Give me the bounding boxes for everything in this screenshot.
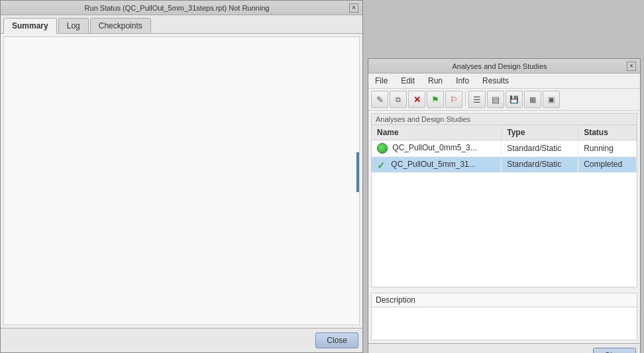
delete-icon: ✕ <box>413 95 421 105</box>
toolbar-separator-1 <box>465 92 466 107</box>
analyses-toolbar: ✎ ⧉ ✕ ⚑ ⚐ ☰ ▤ 💾 ▦ ▣ <box>368 89 640 111</box>
completed-icon: ✓ <box>377 160 386 170</box>
run-status-footer: Close <box>1 328 362 352</box>
analyses-close-button[interactable]: × <box>627 62 636 71</box>
row2-type: Standard/Static <box>502 157 578 173</box>
analyses-footer: Close <box>368 343 640 353</box>
run-status-content <box>3 36 360 325</box>
copy-icon: ⧉ <box>396 95 401 104</box>
menu-file[interactable]: File <box>371 75 392 87</box>
list-icon-button[interactable]: ☰ <box>468 91 486 108</box>
analyses-title: Analyses and Design Studies <box>372 62 627 70</box>
description-section: Description <box>371 293 637 340</box>
export-icon: 💾 <box>510 95 519 104</box>
table-row[interactable]: QC_PullOut_0mm5_3... Standard/Static Run… <box>372 140 637 157</box>
start-icon-button[interactable]: ⚑ <box>427 91 444 108</box>
results-icon-button[interactable]: ▦ <box>524 91 541 108</box>
run-status-close-button[interactable]: × <box>349 3 358 13</box>
summary-icon-button[interactable]: ▣ <box>543 91 560 108</box>
col-header-name: Name <box>372 125 502 140</box>
description-content <box>372 307 637 340</box>
delete-icon-button[interactable]: ✕ <box>408 91 425 108</box>
menu-results[interactable]: Results <box>478 75 513 87</box>
list-icon: ☰ <box>473 95 481 105</box>
analyses-window: Analyses and Design Studies × File Edit … <box>368 58 641 353</box>
run-status-window: Run Status (QC_PullOut_5mm_31steps.rpt) … <box>0 0 363 353</box>
col-header-status: Status <box>578 125 637 140</box>
table-icon: ▤ <box>492 95 500 105</box>
results-icon: ▦ <box>529 95 536 104</box>
copy-icon-button[interactable]: ⧉ <box>390 91 407 108</box>
analyses-menu-bar: File Edit Run Info Results <box>368 74 640 89</box>
row1-status: Running <box>578 140 637 157</box>
analyses-close-footer-button[interactable]: Close <box>593 348 636 353</box>
summary-icon: ▣ <box>548 95 555 104</box>
analyses-titlebar: Analyses and Design Studies × <box>368 59 640 74</box>
analyses-table-section: Analyses and Design Studies Name Type St… <box>371 113 637 287</box>
edit-icon-button[interactable]: ✎ <box>371 91 388 108</box>
row1-name: QC_PullOut_0mm5_3... <box>372 140 502 157</box>
export-icon-button[interactable]: 💾 <box>506 91 523 108</box>
table-row[interactable]: ✓ QC_PullOut_5mm_31... Standard/Static C… <box>372 157 637 173</box>
menu-edit[interactable]: Edit <box>397 75 419 87</box>
scrollbar-indicator[interactable] <box>356 152 359 192</box>
menu-info[interactable]: Info <box>452 75 473 87</box>
table-section-title: Analyses and Design Studies <box>372 114 637 125</box>
menu-run[interactable]: Run <box>424 75 447 87</box>
running-icon <box>377 143 388 154</box>
analyses-table: Name Type Status QC_PullOut_0mm5_3... St… <box>372 125 637 173</box>
table-header-row: Name Type Status <box>372 125 637 140</box>
tab-checkpoints[interactable]: Checkpoints <box>90 18 151 33</box>
tab-summary[interactable]: Summary <box>3 18 57 34</box>
tab-log[interactable]: Log <box>58 18 89 33</box>
row2-name: ✓ QC_PullOut_5mm_31... <box>372 157 502 173</box>
row1-type: Standard/Static <box>502 140 578 157</box>
run-status-title: Run Status (QC_PullOut_5mm_31steps.rpt) … <box>5 4 349 12</box>
run-status-titlebar: Run Status (QC_PullOut_5mm_31steps.rpt) … <box>1 1 362 15</box>
start-flag-icon: ⚑ <box>431 95 439 105</box>
col-header-type: Type <box>502 125 578 140</box>
description-label: Description <box>372 293 637 307</box>
run-status-tab-bar: Summary Log Checkpoints <box>1 15 362 34</box>
run-status-close-footer-button[interactable]: Close <box>315 332 358 348</box>
stop-icon-button[interactable]: ⚐ <box>445 91 462 108</box>
edit-icon: ✎ <box>376 95 384 105</box>
table-icon-button[interactable]: ▤ <box>487 91 504 108</box>
row2-status: Completed <box>578 157 637 173</box>
stop-flag-icon: ⚐ <box>450 95 458 105</box>
